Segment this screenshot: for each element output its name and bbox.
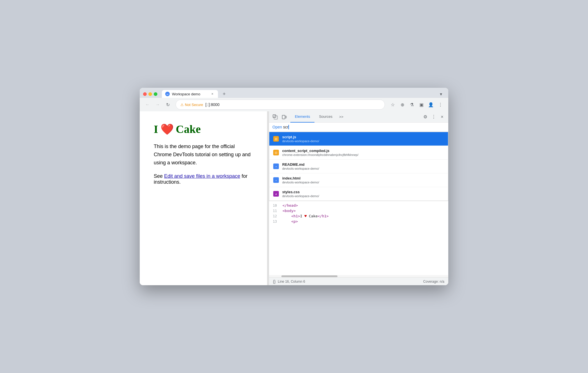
warning-icon: ⚠ — [180, 103, 184, 107]
result-name-content-script: content_script_compiled.js — [282, 149, 359, 153]
browser-body: I ❤️ Cake This is the demo page for the … — [140, 111, 448, 285]
device-toolbar-button[interactable] — [280, 113, 288, 121]
reload-button[interactable]: ↻ — [163, 100, 172, 109]
result-item-script-js[interactable]: {} script.js devtools-workspace-demo/ — [269, 132, 448, 146]
code-line-10: 10 </head> — [269, 203, 448, 208]
svg-text:{}: {} — [275, 152, 277, 154]
devtools-settings-button[interactable]: ⚙ — [421, 113, 429, 121]
line-content-10: </head> — [280, 203, 448, 208]
svg-text:W: W — [166, 93, 169, 96]
experiment-button[interactable]: ⚗ — [407, 100, 416, 109]
nav-bar: ← → ↻ ⚠ Not Secure [::]:8000 ☆ ⊕ ⚗ ▣ 👤 ⋮ — [140, 98, 448, 111]
line-col-status: Line 16, Column 6 — [278, 280, 305, 284]
search-open-label: Open — [272, 125, 282, 129]
address-text: [::]:8000 — [205, 102, 220, 107]
code-line-12: 12 <h1>I ♥ Cake</h1> — [269, 213, 448, 219]
devtools-search-bar: Open scr — [269, 123, 448, 132]
js-file-icon: {} — [273, 136, 279, 142]
code-area: 10 </head> 11 <body> 12 <h1>I ♥ Cake</h1… — [269, 201, 448, 275]
svg-rect-2 — [273, 115, 276, 118]
browser-window: W Workspace demo × + ▾ ← → ↻ ⚠ Not Secur… — [140, 88, 448, 285]
page-content: I ❤️ Cake This is the demo page for the … — [140, 111, 267, 285]
result-name-script-js: script.js — [282, 135, 319, 139]
devtools-more-button[interactable]: ⋮ — [430, 113, 438, 121]
security-text: Not Secure — [185, 103, 203, 107]
result-path-styles-css: devtools-workspace-demo/ — [282, 194, 319, 198]
sidebar-button[interactable]: ▣ — [417, 100, 426, 109]
tab-sources[interactable]: Sources — [314, 111, 337, 123]
line-number-11: 11 — [269, 209, 280, 213]
tabs-more-button[interactable]: >> — [337, 111, 346, 123]
forward-button[interactable]: → — [153, 100, 162, 109]
line-content-12: <h1>I ♥ Cake</h1> — [280, 214, 448, 218]
result-info-content-script: content_script_compiled.js chrome-extens… — [282, 149, 359, 156]
tab-bar-right: ▾ — [437, 90, 445, 98]
close-traffic-light[interactable] — [143, 92, 147, 96]
menu-button[interactable]: ⋮ — [436, 100, 445, 109]
extension-button[interactable]: ⊕ — [398, 100, 407, 109]
result-item-styles-css[interactable]: # styles.css devtools-workspace-demo/ — [269, 187, 448, 201]
minimize-traffic-light[interactable] — [148, 92, 152, 96]
js-file-icon-2: {} — [273, 150, 279, 155]
line-number-10: 10 — [269, 204, 280, 208]
scrollbar-thumb[interactable] — [281, 275, 337, 277]
search-results-dropdown: {} script.js devtools-workspace-demo/ {} — [269, 132, 448, 201]
result-item-index-html[interactable]: ≡ index.html devtools-workspace-demo/ — [269, 173, 448, 187]
address-bar[interactable]: ⚠ Not Secure [::]:8000 — [176, 100, 385, 110]
horizontal-scrollbar[interactable] — [269, 275, 448, 277]
result-name-styles-css: styles.css — [282, 190, 319, 194]
devtools-status-bar: {} Line 16, Column 6 Coverage: n/a — [269, 277, 448, 285]
status-left: {} Line 16, Column 6 — [273, 279, 305, 284]
tab-dropdown-button[interactable]: ▾ — [437, 90, 445, 98]
bookmark-button[interactable]: ☆ — [388, 100, 397, 109]
title-bar: W Workspace demo × + ▾ ← → ↻ ⚠ Not Secur… — [140, 88, 448, 111]
tab-elements[interactable]: Elements — [290, 111, 314, 123]
svg-text:≡: ≡ — [275, 179, 277, 181]
page-link-paragraph: See Edit and save files in a workspace f… — [154, 173, 253, 185]
devtools-toolbar: Elements Sources >> ⚙ ⋮ × — [269, 111, 448, 123]
html-file-icon: ≡ — [273, 177, 279, 183]
result-path-readme: devtools-workspace-demo/ — [282, 167, 319, 170]
search-input-area[interactable]: Open scr — [272, 125, 445, 129]
devtools-tabs: Elements Sources >> — [290, 111, 346, 123]
security-warning: ⚠ Not Secure — [180, 103, 203, 107]
tab-title: Workspace demo — [172, 92, 200, 96]
css-file-icon: # — [273, 191, 279, 197]
line-number-13: 13 — [269, 220, 280, 224]
maximize-traffic-light[interactable] — [154, 92, 157, 96]
back-button[interactable]: ← — [143, 100, 152, 109]
search-cursor — [288, 125, 289, 129]
result-item-content-script[interactable]: {} content_script_compiled.js chrome-ext… — [269, 146, 448, 160]
result-item-readme[interactable]: ≡ README.md devtools-workspace-demo/ — [269, 160, 448, 173]
new-tab-button[interactable]: + — [220, 90, 228, 98]
line-content-13: <p> — [280, 219, 448, 224]
devtools-panel: Elements Sources >> ⚙ ⋮ × Open scr — [269, 111, 448, 285]
result-info-script-js: script.js devtools-workspace-demo/ — [282, 135, 319, 143]
format-icon[interactable]: {} — [273, 279, 275, 284]
inspect-element-button[interactable] — [271, 113, 279, 121]
heading-cake: Cake — [176, 123, 201, 136]
code-line-11: 11 <body> — [269, 208, 448, 213]
page-body-text: This is the demo page for the official C… — [154, 142, 253, 167]
traffic-lights — [143, 92, 157, 96]
svg-text:{}: {} — [275, 138, 277, 141]
coverage-status: Coverage: n/a — [423, 280, 444, 284]
profile-button[interactable]: 👤 — [426, 100, 435, 109]
result-info-readme: README.md devtools-workspace-demo/ — [282, 162, 319, 170]
result-path-index-html: devtools-workspace-demo/ — [282, 181, 319, 184]
active-tab[interactable]: W Workspace demo × — [162, 90, 218, 98]
result-path-content-script: chrome-extension://noondiphcddnnabmjcihc… — [282, 153, 359, 156]
page-heading: I ❤️ Cake — [154, 123, 253, 136]
heading-i: I — [154, 123, 158, 136]
tab-close-button[interactable]: × — [210, 92, 215, 96]
line-number-12: 12 — [269, 214, 280, 218]
result-path-script-js: devtools-workspace-demo/ — [282, 139, 319, 143]
heart-emoji: ❤️ — [160, 123, 174, 135]
workspace-link[interactable]: Edit and save files in a workspace — [164, 173, 240, 179]
devtools-close-button[interactable]: × — [438, 113, 446, 121]
search-typed-text: scr — [283, 125, 288, 129]
tab-bar: W Workspace demo × + ▾ — [140, 88, 448, 98]
result-name-readme: README.md — [282, 162, 319, 167]
svg-text:≡: ≡ — [275, 166, 277, 168]
nav-actions: ☆ ⊕ ⚗ ▣ 👤 ⋮ — [388, 100, 445, 109]
